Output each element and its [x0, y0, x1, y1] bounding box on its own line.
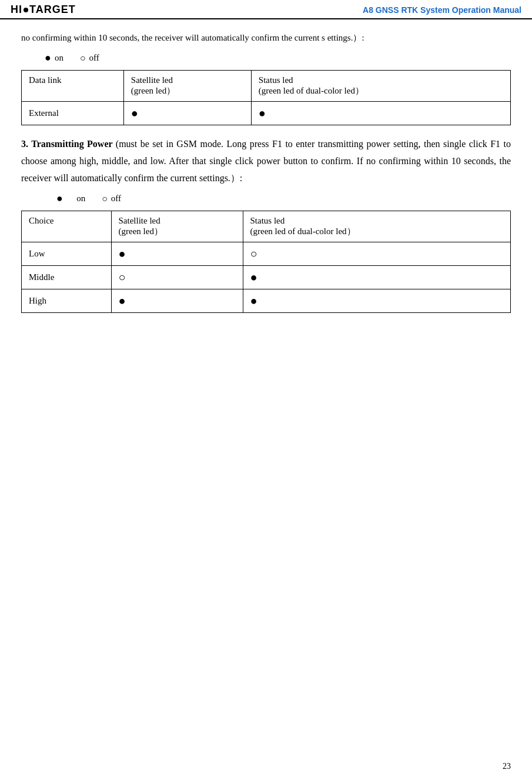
legend2-off: ○ off [102, 194, 121, 204]
table2-row2-col1: Middle [22, 266, 112, 289]
legend1-off: ○ off [80, 53, 99, 64]
table2-row3-col1: High [22, 289, 112, 313]
legend1-off-label: off [89, 53, 99, 63]
legend2-on-label [66, 194, 73, 204]
table1-col3-header: Status led (green led of dual-color led） [251, 71, 510, 102]
table2-row1-col2: ● [111, 242, 243, 266]
table-row: Data link Satellite led (green led） Stat… [22, 71, 511, 102]
section3-heading-bold: 3. Transmitting Power [21, 139, 112, 149]
table2-row2-col2: ○ [111, 266, 243, 289]
page-content: no confirming within 10 seconds, the rec… [0, 25, 532, 335]
table1-col1-header: Data link [22, 71, 124, 102]
empty-bullet-icon: ○ [80, 53, 86, 64]
table2-row3-col3: ● [243, 289, 510, 313]
intro-paragraph: no confirming within 10 seconds, the rec… [21, 30, 511, 46]
empty-bullet-icon2: ○ [102, 194, 108, 204]
section3-heading: 3. Transmitting Power (must be set in GS… [21, 136, 511, 186]
legend2-off-label: off [111, 194, 121, 204]
table-row: High ● ● [22, 289, 511, 313]
table2-row2-col3: ● [243, 266, 510, 289]
table1-row1-col3: ● [251, 102, 510, 125]
table-1: Data link Satellite led (green led） Stat… [21, 70, 511, 125]
table1-row1-col1: External [22, 102, 124, 125]
table2-row1-col1: Low [22, 242, 112, 266]
table-row: External ● ● [22, 102, 511, 125]
header-title: A8 GNSS RTK System Operation Manual [363, 5, 521, 15]
table-2: Choice Satellite led (green led） Status … [21, 211, 511, 313]
legend2-on: ● on [56, 192, 85, 205]
table-row: Middle ○ ● [22, 266, 511, 289]
table1-col2-header: Satellite led (green led） [123, 71, 251, 102]
legend1-on: ● on [45, 52, 63, 64]
legend1-on-label: on [55, 53, 63, 63]
table2-row3-col2: ● [111, 289, 243, 313]
table-row: Choice Satellite led (green led） Status … [22, 211, 511, 242]
page-number: 23 [503, 762, 511, 771]
table2-row1-col3: ○ [243, 242, 510, 266]
legend-2: ● on ○ off [56, 192, 511, 205]
filled-bullet-icon2: ● [56, 192, 63, 205]
page-header: HITARGET A8 GNSS RTK System Operation Ma… [0, 0, 532, 19]
table2-col3-header: Status led (green led of dual-color led） [243, 211, 510, 242]
filled-bullet-icon: ● [45, 52, 51, 64]
table1-row1-col2: ● [123, 102, 251, 125]
table-row: Low ● ○ [22, 242, 511, 266]
legend2-on-text: on [76, 194, 85, 204]
legend-1: ● on ○ off [45, 52, 511, 64]
logo: HITARGET [11, 4, 76, 16]
table2-col1-header: Choice [22, 211, 112, 242]
table2-col2-header: Satellite led (green led） [111, 211, 243, 242]
